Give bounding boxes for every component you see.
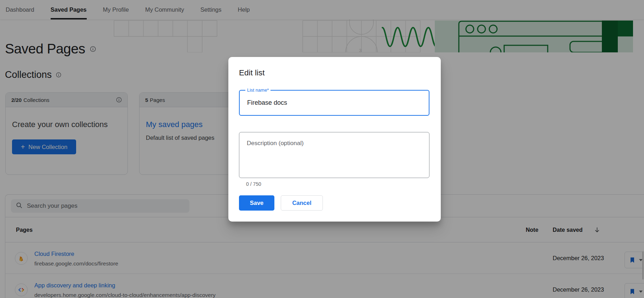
list-name-field: List name* <box>239 90 429 116</box>
character-counter: 0 / 750 <box>246 181 261 187</box>
cancel-button[interactable]: Cancel <box>281 195 323 211</box>
description-field <box>239 132 429 178</box>
saved-pages-app: Dashboard Saved Pages My Profile My Comm… <box>0 0 644 298</box>
dialog-title: Edit list <box>239 68 265 78</box>
list-name-input[interactable] <box>240 91 429 115</box>
edit-list-dialog: Edit list List name* 0 / 750 Save Cancel <box>228 57 441 222</box>
save-button[interactable]: Save <box>239 195 274 211</box>
description-textarea[interactable] <box>239 132 429 178</box>
